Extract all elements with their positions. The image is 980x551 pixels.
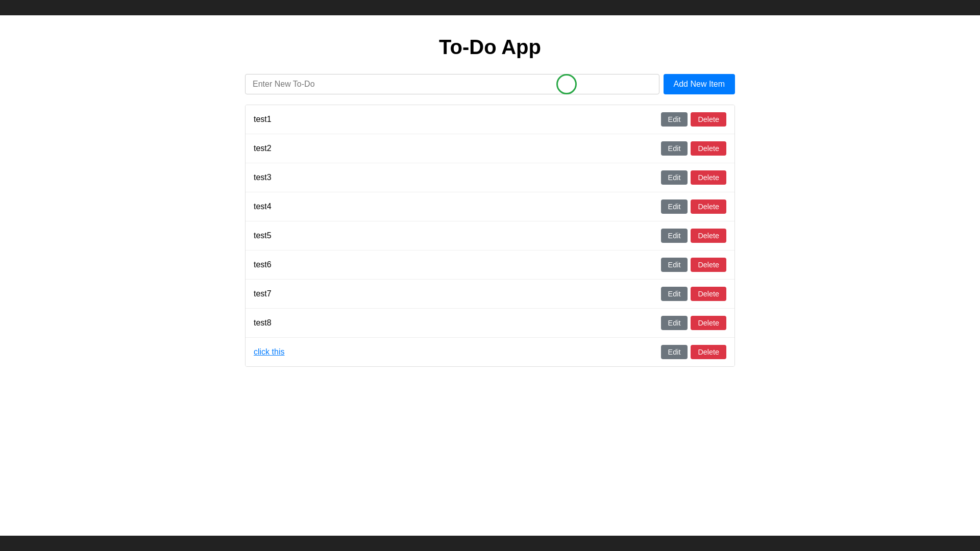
delete-button[interactable]: Delete [691, 229, 726, 243]
todo-link-text[interactable]: click this [254, 347, 284, 357]
todo-item-buttons: EditDelete [661, 229, 726, 243]
todo-list: test1EditDeletetest2EditDeletetest3EditD… [245, 105, 735, 367]
todo-text: test5 [254, 231, 272, 240]
edit-button[interactable]: Edit [661, 287, 688, 301]
todo-text: test4 [254, 202, 272, 211]
edit-button[interactable]: Edit [661, 170, 688, 185]
delete-button[interactable]: Delete [691, 170, 726, 185]
todo-item-buttons: EditDelete [661, 287, 726, 301]
delete-button[interactable]: Delete [691, 258, 726, 272]
bottom-bar [0, 536, 980, 551]
todo-text: test7 [254, 289, 272, 298]
add-new-item-button[interactable]: Add New Item [664, 74, 735, 94]
todo-item: test8EditDelete [246, 309, 734, 338]
delete-button[interactable]: Delete [691, 112, 726, 127]
edit-button[interactable]: Edit [661, 345, 688, 359]
todo-item-buttons: EditDelete [661, 141, 726, 156]
todo-item: test7EditDelete [246, 280, 734, 309]
todo-item: test3EditDelete [246, 163, 734, 192]
edit-button[interactable]: Edit [661, 112, 688, 127]
top-bar [0, 0, 980, 15]
todo-text: test1 [254, 115, 272, 124]
todo-item: test6EditDelete [246, 251, 734, 280]
delete-button[interactable]: Delete [691, 345, 726, 359]
todo-item-buttons: EditDelete [661, 258, 726, 272]
delete-button[interactable]: Delete [691, 287, 726, 301]
todo-item-buttons: EditDelete [661, 170, 726, 185]
app-title: To-Do App [245, 36, 735, 59]
todo-item: click thisEditDelete [246, 338, 734, 366]
delete-button[interactable]: Delete [691, 316, 726, 330]
todo-item-buttons: EditDelete [661, 345, 726, 359]
todo-text: test3 [254, 173, 272, 182]
todo-item: test2EditDelete [246, 134, 734, 163]
edit-button[interactable]: Edit [661, 258, 688, 272]
todo-text: test2 [254, 144, 272, 153]
todo-item: test1EditDelete [246, 105, 734, 134]
edit-button[interactable]: Edit [661, 316, 688, 330]
edit-button[interactable]: Edit [661, 229, 688, 243]
todo-item: test5EditDelete [246, 221, 734, 251]
edit-button[interactable]: Edit [661, 199, 688, 214]
todo-item-buttons: EditDelete [661, 316, 726, 330]
todo-text: test6 [254, 260, 272, 269]
edit-button[interactable]: Edit [661, 141, 688, 156]
new-todo-input[interactable] [245, 74, 659, 94]
input-row: Add New Item [245, 74, 735, 94]
delete-button[interactable]: Delete [691, 199, 726, 214]
todo-item-buttons: EditDelete [661, 199, 726, 214]
delete-button[interactable]: Delete [691, 141, 726, 156]
todo-item-buttons: EditDelete [661, 112, 726, 127]
todo-text: test8 [254, 318, 272, 328]
todo-item: test4EditDelete [246, 192, 734, 221]
